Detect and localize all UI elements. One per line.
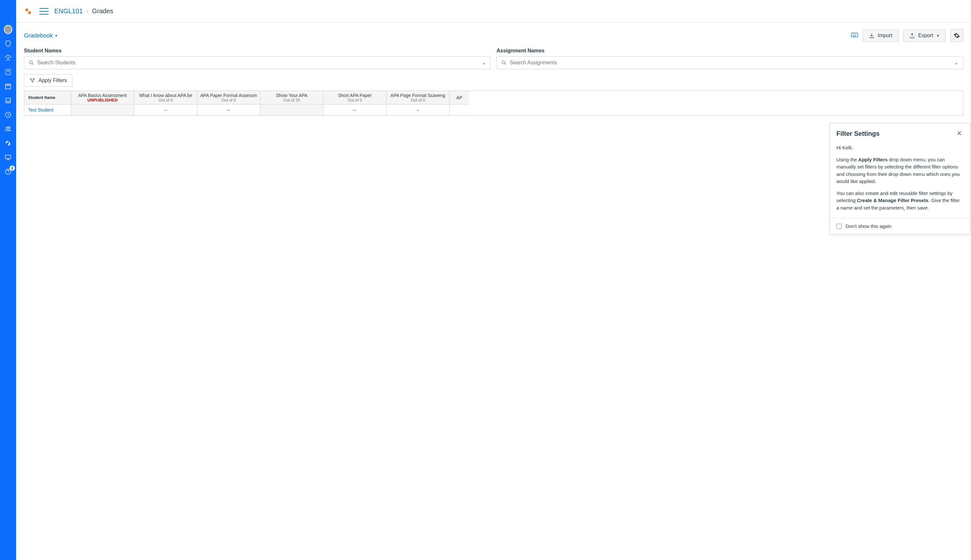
assignment-title: AP [456, 95, 462, 100]
assignment-subtitle: Out of 0 [348, 98, 362, 102]
assignment-title: Short APA Paper [338, 93, 372, 98]
grid-assignment-column: AP [450, 91, 469, 115]
svg-rect-1 [5, 84, 11, 89]
keyboard-shortcuts-button[interactable] [851, 32, 858, 39]
filter-row: Apply Filters [24, 74, 963, 87]
caret-down-icon: ▼ [936, 34, 939, 38]
caret-down-icon: ▼ [55, 34, 58, 38]
grid-grade-cell[interactable]: – [324, 105, 386, 115]
student-search-label: Student Names [24, 48, 491, 54]
grid-assignment-header[interactable]: APA Page Format ScavengOut of 0 [387, 91, 449, 105]
popover-header: Filter Settings [830, 123, 970, 138]
popover-footer: Don't show this again [830, 218, 970, 234]
export-icon [909, 33, 915, 38]
grid-student-header[interactable]: Student Name [24, 91, 71, 105]
svg-point-9 [28, 11, 31, 14]
svg-rect-0 [6, 70, 11, 75]
main-region: ENGL101 › Grades Gradebook ▼ Impor [16, 0, 971, 560]
dont-show-checkbox[interactable] [836, 224, 842, 229]
nav-groups[interactable] [4, 125, 12, 133]
student-link[interactable]: Test Student [28, 107, 53, 113]
inbox-icon [5, 97, 12, 104]
grid-grade-cell[interactable] [260, 105, 323, 115]
svg-rect-6 [5, 155, 11, 159]
unpublished-badge: UNPUBLISHED [87, 98, 118, 102]
gradebook-grid: Student NameTest StudentAPA Basics Asses… [24, 90, 963, 116]
nav-admin[interactable] [4, 40, 12, 48]
nav-help[interactable]: 2 [4, 167, 12, 176]
assignment-search-box[interactable]: ⌄ [497, 56, 963, 69]
gradebook-label: Gradebook [24, 32, 53, 39]
grid-grade-cell[interactable]: – [387, 105, 449, 115]
hamburger-menu[interactable] [40, 8, 48, 15]
keyboard-icon [851, 32, 858, 38]
grid-assignment-header[interactable]: AP [450, 91, 469, 105]
nav-courses[interactable] [4, 68, 12, 76]
assignment-subtitle: Out of 25 [284, 98, 300, 102]
assignment-subtitle: Out of 0 [222, 98, 236, 102]
grid-assignment-column: What I know about APA beOut of 0– [134, 91, 197, 115]
breadcrumb: ENGL101 › Grades [54, 7, 113, 15]
search-icon [501, 60, 507, 65]
page-toolbar: Gradebook ▼ Import Export ▼ [24, 29, 963, 42]
dont-show-label: Don't show this again [846, 223, 891, 229]
nav-inbox[interactable] [4, 97, 12, 105]
nav-studio[interactable] [4, 153, 12, 162]
breadcrumb-course[interactable]: ENGL101 [54, 7, 83, 15]
student-search-input[interactable] [37, 60, 486, 66]
grid-assignment-header[interactable]: Show Your APAOut of 25 [260, 91, 323, 105]
chevron-down-icon: ⌄ [482, 60, 486, 65]
grid-assignment-header[interactable]: What I know about APA beOut of 0 [134, 91, 197, 105]
svg-rect-14 [856, 33, 856, 34]
popover-para-2: You can also create and edit reusable fi… [836, 190, 964, 212]
gradebook-dropdown[interactable]: Gradebook ▼ [24, 32, 58, 39]
nav-calendar[interactable] [4, 82, 12, 90]
svg-rect-10 [851, 33, 858, 37]
grid-assignment-header[interactable]: APA Paper Format AssessmOut of 0 [197, 91, 260, 105]
grid-assignment-header[interactable]: Short APA PaperOut of 0 [324, 91, 386, 105]
breadcrumb-current: Grades [92, 7, 113, 15]
grid-assignment-header[interactable]: APA Basics AssessmentUNPUBLISHED [71, 91, 134, 105]
grid-grade-cell[interactable] [450, 105, 469, 115]
grid-assignment-column: APA Basics AssessmentUNPUBLISHED [71, 91, 134, 115]
popover-para-1: Using the Apply Filters drop down menu, … [836, 156, 964, 185]
svg-rect-12 [853, 33, 854, 34]
nav-account[interactable] [4, 25, 12, 33]
svg-point-8 [25, 8, 28, 11]
assignment-subtitle: Out of 0 [411, 98, 425, 102]
student-search-col: Student Names ⌄ [24, 48, 491, 69]
assignment-search-label: Assignment Names [497, 48, 963, 54]
export-label: Export [918, 33, 933, 38]
grid-grade-cell[interactable]: – [134, 105, 197, 115]
import-label: Import [878, 33, 893, 38]
svg-rect-15 [853, 35, 856, 36]
grid-assignment-column: APA Page Format ScavengOut of 0– [387, 91, 450, 115]
gauge-icon [5, 54, 12, 62]
svg-rect-11 [852, 33, 853, 34]
export-button[interactable]: Export ▼ [903, 29, 946, 42]
grid-grade-cell[interactable]: – [197, 105, 260, 115]
assignment-search-col: Assignment Names ⌄ [497, 48, 963, 69]
nav-dashboard[interactable] [4, 54, 12, 62]
popover-close-button[interactable] [955, 129, 964, 138]
content: Gradebook ▼ Import Export ▼ [16, 23, 971, 560]
assignment-title: Show Your APA [276, 93, 307, 98]
nav-history[interactable] [4, 111, 12, 119]
people-icon [5, 125, 12, 133]
import-button[interactable]: Import [863, 29, 899, 42]
popover-greeting: Hi Kelli, [836, 144, 964, 152]
chevron-down-icon: ⌄ [954, 60, 958, 65]
help-badge: 2 [10, 165, 15, 171]
student-search-box[interactable]: ⌄ [24, 56, 491, 69]
grid-assignment-column: Show Your APAOut of 25 [260, 91, 324, 115]
assignment-title: APA Basics Assessment [78, 93, 127, 98]
breadcrumb-sep: › [87, 9, 88, 14]
apply-filters-button[interactable]: Apply Filters [24, 74, 72, 87]
settings-button[interactable] [950, 29, 963, 42]
avatar-icon [4, 25, 12, 34]
close-icon [956, 130, 962, 136]
assignment-search-input[interactable] [510, 60, 958, 66]
grid-grade-cell[interactable] [71, 105, 134, 115]
assignment-title: APA Paper Format Assessm [200, 93, 257, 98]
nav-commons[interactable] [4, 139, 12, 147]
